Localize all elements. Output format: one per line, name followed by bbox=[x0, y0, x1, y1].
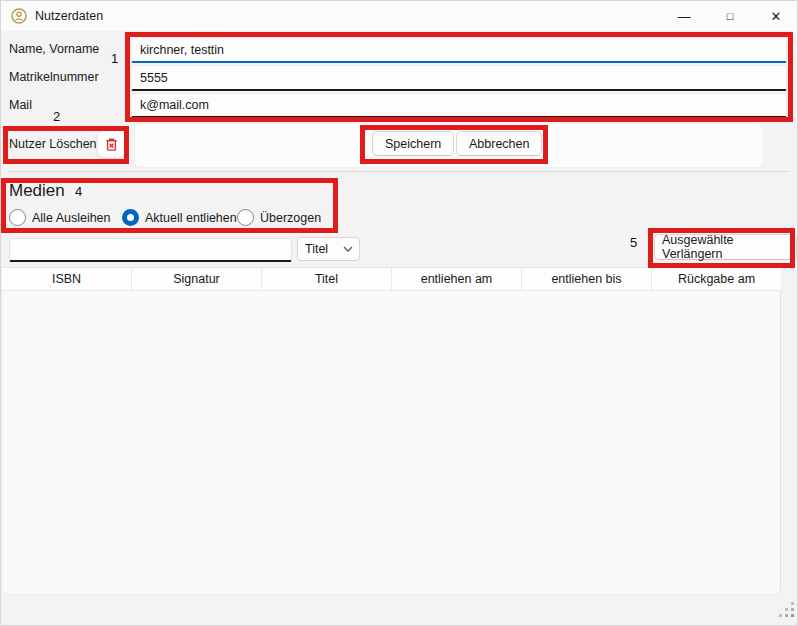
name-input[interactable] bbox=[131, 37, 787, 63]
mail-input[interactable] bbox=[131, 93, 787, 118]
filter-dropdown[interactable]: Titel bbox=[297, 237, 360, 261]
annotation-4: 4 bbox=[75, 184, 82, 199]
cancel-button[interactable]: Abbrechen bbox=[456, 131, 542, 156]
filter-dropdown-value: Titel bbox=[305, 242, 328, 256]
radio-aktuell-entliehen[interactable]: Aktuell entliehen bbox=[122, 209, 237, 226]
radio-label: Aktuell entliehen bbox=[145, 211, 237, 225]
radio-alle-ausleihen[interactable]: Alle Ausleihen bbox=[9, 209, 111, 226]
window-title: Nutzerdaten bbox=[35, 9, 103, 23]
table-body-empty bbox=[2, 291, 781, 595]
medien-title: Medien bbox=[9, 181, 65, 201]
minimize-button[interactable]: — bbox=[661, 1, 707, 31]
column-header-rueckgabe-am[interactable]: Rückgabe am bbox=[652, 268, 781, 290]
extend-selected-button[interactable]: Ausgewählte Verlängern bbox=[654, 234, 797, 260]
column-header-isbn[interactable]: ISBN bbox=[2, 268, 132, 290]
radio-label: Alle Ausleihen bbox=[32, 211, 111, 225]
matrikelnummer-label: Matrikelnummer bbox=[9, 70, 99, 84]
column-header-entliehen-bis[interactable]: entliehen bis bbox=[522, 268, 652, 290]
close-button[interactable]: ✕ bbox=[753, 1, 798, 31]
section-divider bbox=[9, 171, 790, 172]
column-header-titel[interactable]: Titel bbox=[262, 268, 392, 290]
maximize-button[interactable]: □ bbox=[707, 1, 753, 31]
radio-ueberzogen[interactable]: Überzogen bbox=[237, 209, 321, 226]
titlebar: Nutzerdaten — □ ✕ bbox=[1, 1, 797, 31]
matrikelnummer-input[interactable] bbox=[131, 65, 787, 91]
search-input[interactable] bbox=[9, 238, 292, 262]
annotation-2: 2 bbox=[53, 109, 60, 124]
user-circle-icon bbox=[11, 8, 27, 24]
annotation-5: 5 bbox=[630, 235, 637, 250]
trash-x-icon bbox=[104, 137, 119, 152]
column-header-signatur[interactable]: Signatur bbox=[132, 268, 262, 290]
delete-user-label: Nutzer Löschen bbox=[9, 137, 97, 151]
radio-label: Überzogen bbox=[260, 211, 321, 225]
radio-icon[interactable] bbox=[237, 209, 254, 226]
mail-label: Mail bbox=[9, 98, 32, 112]
annotation-1: 1 bbox=[111, 51, 118, 66]
column-header-entliehen-am[interactable]: entliehen am bbox=[392, 268, 522, 290]
save-button[interactable]: Speichern bbox=[372, 131, 454, 156]
radio-icon[interactable] bbox=[9, 209, 26, 226]
delete-user-button[interactable] bbox=[97, 130, 125, 158]
chevron-down-icon bbox=[343, 246, 353, 252]
resize-grip[interactable] bbox=[779, 602, 782, 605]
name-label: Name, Vorname bbox=[9, 42, 99, 56]
table-header: ISBN Signatur Titel entliehen am entlieh… bbox=[2, 267, 781, 291]
nutzerdaten-window: Nutzerdaten — □ ✕ Name, Vorname Matrikel… bbox=[0, 0, 798, 626]
radio-icon-selected[interactable] bbox=[122, 209, 139, 226]
